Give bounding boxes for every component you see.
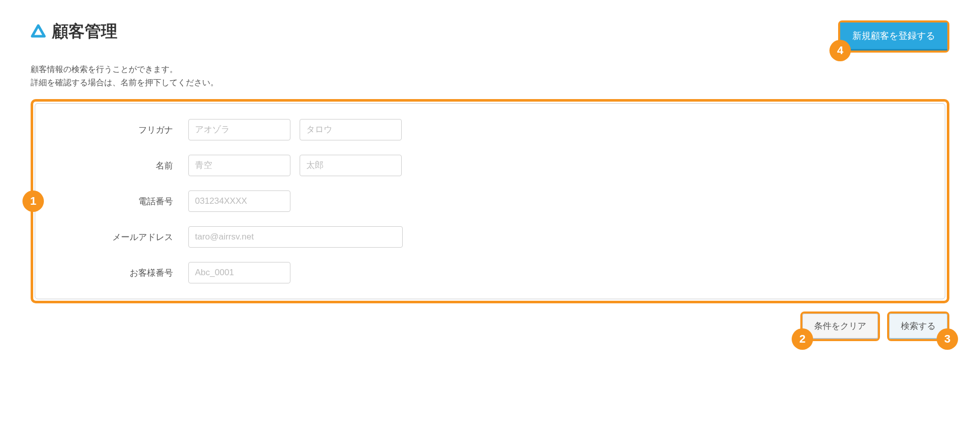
customer-no-label: お客様番号 [56,267,188,279]
name-row: 名前 [56,155,924,176]
search-panel: フリガナ 名前 電話番号 メールアドレス お [35,103,945,299]
clear-button-highlight: 条件をクリア 2 [800,311,880,341]
annotation-badge-2: 2 [792,328,813,350]
clear-button[interactable]: 条件をクリア [802,314,878,339]
name-first-input[interactable] [300,155,402,176]
email-label: メールアドレス [56,231,188,243]
phone-input[interactable] [188,190,290,212]
register-customer-button[interactable]: 新規顧客を登録する [840,22,947,51]
page-description: 顧客情報の検索を行うことができます。 詳細を確認する場合は、名前を押下してくださ… [31,63,949,89]
description-line-2: 詳細を確認する場合は、名前を押下してください。 [31,76,949,89]
furigana-label: フリガナ [56,124,188,136]
triangle-icon [31,24,46,39]
name-label: 名前 [56,160,188,172]
search-button-highlight: 検索する 3 [887,311,949,341]
page-title: 顧客管理 [52,20,117,43]
customer-no-row: お客様番号 [56,262,924,283]
page-title-wrap: 顧客管理 [31,20,117,43]
phone-row: 電話番号 [56,190,924,212]
action-button-row: 条件をクリア 2 検索する 3 [31,311,949,341]
phone-label: 電話番号 [56,196,188,207]
annotation-badge-3: 3 [937,328,958,350]
furigana-last-input[interactable] [188,119,290,140]
register-button-highlight: 新規顧客を登録する 4 [838,20,949,53]
customer-no-input[interactable] [188,262,290,283]
annotation-badge-4: 4 [829,40,851,61]
description-line-1: 顧客情報の検索を行うことができます。 [31,63,949,76]
email-row: メールアドレス [56,226,924,248]
annotation-badge-1: 1 [22,190,44,212]
search-panel-highlight: 1 フリガナ 名前 電話番号 メールアドレス [31,99,949,303]
furigana-first-input[interactable] [300,119,402,140]
email-input[interactable] [188,226,403,248]
furigana-row: フリガナ [56,119,924,140]
name-last-input[interactable] [188,155,290,176]
